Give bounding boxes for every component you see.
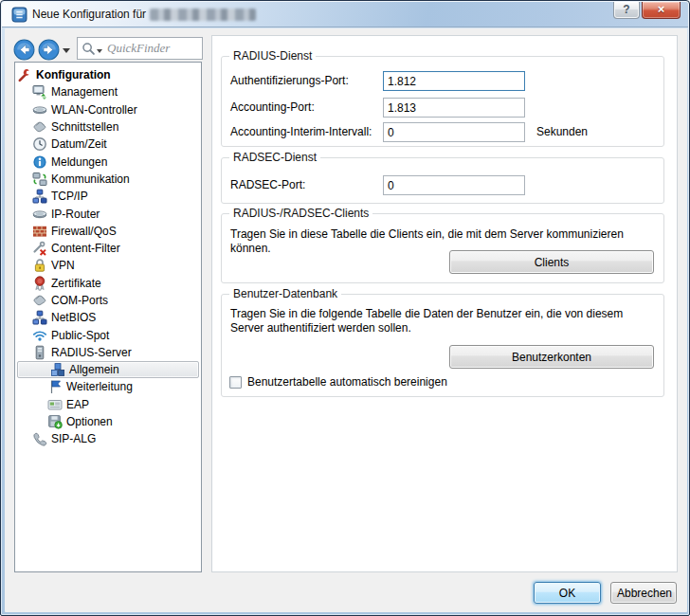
sidebar-item-weiterleitung[interactable]: Weiterleitung — [15, 378, 201, 395]
forward-button[interactable] — [38, 39, 60, 61]
search-scope-dropdown-icon[interactable] — [97, 49, 102, 53]
sidebar-item-label: Optionen — [66, 415, 113, 428]
dialog-window: Neue Konfiguration für ? × Konfiguration… — [0, 0, 690, 616]
group-benutzer-datenbank: Benutzer-Datenbank Tragen Sie in die fol… — [221, 294, 664, 397]
sidebar-item-allgemein[interactable]: Allgemein — [17, 361, 199, 378]
eap-icon — [47, 397, 63, 412]
help-button[interactable]: ? — [613, 2, 640, 19]
titlebar: Neue Konfiguration für — [2, 2, 688, 27]
wrench-icon — [17, 67, 32, 82]
sidebar-item-konfiguration[interactable]: Konfiguration — [15, 66, 201, 83]
certificate-icon — [32, 276, 47, 291]
sidebar-item-com-ports[interactable]: COM-Ports — [15, 292, 201, 309]
lanconfig-app-icon — [11, 7, 27, 23]
interim-interval-input[interactable] — [383, 122, 525, 142]
wifi-icon — [32, 328, 47, 343]
sidebar-item-label: Management — [51, 85, 118, 99]
sidebar-item-eap[interactable]: EAP — [15, 396, 201, 413]
sidebar-item-label: TCP/IP — [51, 190, 88, 203]
sidebar-item-label: Schnittstellen — [51, 120, 118, 134]
accounting-port-label: Accounting-Port: — [230, 98, 315, 118]
sidebar-item-label: EAP — [66, 398, 89, 411]
radsec-port-input[interactable] — [383, 175, 525, 195]
sidebar-item-sip-alg[interactable]: SIP-ALG — [15, 430, 201, 447]
nav-history-dropdown-icon[interactable] — [63, 48, 70, 53]
sidebar-item-label: Meldungen — [51, 155, 107, 169]
sidebar-item-label: Content-Filter — [51, 242, 120, 255]
network-icon — [32, 189, 47, 204]
sidebar-item-label: VPN — [51, 259, 75, 272]
connector-icon — [32, 119, 47, 135]
sidebar-item-label: RADIUS-Server — [51, 346, 132, 359]
sidebar-item-label: Kommunikation — [51, 172, 130, 186]
quickfinder-box[interactable] — [77, 37, 203, 60]
auth-port-input[interactable] — [383, 71, 525, 91]
sidebar-item-datum-zeit[interactable]: Datum/Zeit — [15, 136, 201, 153]
group-title: RADIUS-/RADSEC-Clients — [229, 207, 372, 220]
sidebar-item-wlan-controller[interactable]: WLAN-Controller — [15, 101, 201, 118]
sidebar-item-label: SIP-ALG — [51, 432, 96, 445]
com-ports-icon — [32, 293, 47, 308]
window-title: Neue Konfiguration für — [32, 2, 256, 27]
content-filter-icon — [32, 241, 47, 256]
clock-icon — [32, 136, 47, 152]
sidebar-item-label: Allgemein — [69, 363, 119, 376]
sidebar-item-label: Weiterleitung — [66, 380, 133, 393]
options-icon — [47, 414, 63, 429]
sidebar-item-optionen[interactable]: Optionen — [15, 413, 201, 430]
close-button[interactable]: × — [642, 2, 681, 19]
interim-interval-label: Accounting-Interim-Intervall: — [230, 122, 372, 142]
firewall-icon — [32, 224, 47, 239]
quickfinder-input[interactable] — [105, 40, 198, 57]
sidebar-item-label: Zertifikate — [51, 277, 101, 290]
sidebar-item-label: COM-Ports — [51, 294, 108, 307]
sidebar-item-netbios[interactable]: NetBIOS — [15, 309, 201, 326]
seconds-suffix-label: Sekunden — [536, 122, 588, 142]
cancel-button[interactable]: Abbrechen — [610, 582, 677, 604]
sidebar-item-schnittstellen[interactable]: Schnittstellen — [15, 118, 201, 136]
sidebar-item-management[interactable]: Management — [15, 83, 201, 100]
sidebar-item-label: Konfiguration — [36, 68, 111, 82]
server-icon — [32, 345, 47, 360]
group-radius-radsec-clients: RADIUS-/RADSEC-Clients Tragen Sie in die… — [221, 213, 664, 283]
info-icon — [32, 154, 47, 170]
config-tree: KonfigurationManagementWLAN-ControllerSc… — [14, 62, 202, 572]
ok-button[interactable]: OK — [534, 582, 601, 604]
group-radsec-dienst: RADSEC-Dienst RADSEC-Port: — [221, 157, 664, 204]
cubes-icon — [50, 362, 65, 377]
cleanup-checkbox-label: Benutzertabelle automatisch bereinigen — [247, 375, 447, 389]
settings-panel: RADIUS-Dienst Authentifizierungs-Port: A… — [211, 35, 678, 572]
cleanup-checkbox[interactable] — [229, 376, 242, 389]
clients-button[interactable]: Clients — [449, 250, 654, 274]
sidebar-item-label: NetBIOS — [51, 311, 96, 324]
group-title: Benutzer-Datenbank — [229, 287, 341, 300]
search-icon — [82, 42, 96, 56]
sidebar-item-label: Firewall/QoS — [51, 225, 117, 238]
sidebar-item-meldungen[interactable]: Meldungen — [15, 153, 201, 170]
management-icon — [32, 84, 47, 100]
sidebar-item-content-filter[interactable]: Content-Filter — [15, 240, 201, 257]
group-title: RADIUS-Dienst — [229, 49, 316, 63]
sidebar-item-tcp-ip[interactable]: TCP/IP — [15, 188, 201, 205]
sidebar-item-label: WLAN-Controller — [51, 103, 137, 117]
sidebar-item-radius-server[interactable]: RADIUS-Server — [15, 344, 201, 361]
phone-icon — [32, 431, 47, 446]
back-button[interactable] — [13, 39, 35, 61]
sidebar-item-kommunikation[interactable]: Kommunikation — [15, 171, 201, 188]
sidebar-item-vpn[interactable]: VPN — [15, 257, 201, 274]
redacted-device-name — [150, 9, 256, 21]
sidebar-item-label: IP-Router — [51, 208, 100, 221]
sidebar-item-label: Datum/Zeit — [51, 137, 107, 151]
window-title-text: Neue Konfiguration für — [32, 8, 146, 21]
sidebar-item-zertifikate[interactable]: Zertifikate — [15, 275, 201, 292]
benutzerkonten-button[interactable]: Benutzerkonten — [449, 345, 654, 369]
benutzer-description: Tragen Sie in die folgende Tabelle die D… — [230, 307, 659, 336]
sidebar-item-label: Public-Spot — [51, 329, 109, 342]
cleanup-checkbox-row: Benutzertabelle automatisch bereinigen — [229, 375, 447, 389]
sidebar-item-ip-router[interactable]: IP-Router — [15, 205, 201, 222]
accounting-port-input[interactable] — [383, 98, 525, 118]
wlan-controller-icon — [32, 102, 47, 118]
flag-icon — [47, 379, 63, 394]
sidebar-item-public-spot[interactable]: Public-Spot — [15, 326, 201, 343]
sidebar-item-firewall-qos[interactable]: Firewall/QoS — [15, 223, 201, 240]
